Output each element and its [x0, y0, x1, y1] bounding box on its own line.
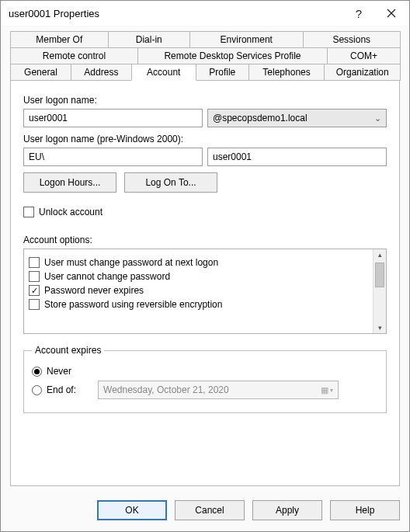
options-scrollbar[interactable]: ▴ ▾	[373, 249, 386, 333]
scroll-down-icon: ▾	[378, 324, 382, 332]
chevron-down-icon: ⌄	[374, 113, 381, 123]
content-area: Member Of Dial-in Environment Sessions R…	[1, 26, 409, 492]
expires-endof-label: End of:	[47, 384, 76, 395]
checkbox-icon: ✓	[29, 285, 40, 296]
cancel-button[interactable]: Cancel	[175, 500, 245, 520]
tabstrip: Member Of Dial-in Environment Sessions R…	[10, 32, 400, 81]
unlock-account-checkbox[interactable]: Unlock account	[23, 207, 387, 217]
option-password-never-expires[interactable]: ✓ Password never expires	[29, 285, 370, 296]
tab-remote-control[interactable]: Remote control	[10, 47, 138, 64]
logon-name-label: User logon name:	[23, 95, 387, 106]
dialog-buttons: OK Cancel Apply Help	[1, 492, 409, 531]
radio-icon	[32, 385, 42, 395]
properties-dialog: user0001 Properties ? Member Of Dial-in …	[0, 0, 410, 532]
option-label: User cannot change password	[44, 271, 170, 282]
expires-endof-radio[interactable]: End of: Wednesday, October 21, 2020 ▦▾	[32, 381, 378, 399]
close-button[interactable]	[375, 2, 408, 24]
close-icon	[387, 9, 396, 18]
tab-environment[interactable]: Environment	[189, 31, 304, 48]
tab-address[interactable]: Address	[71, 64, 132, 81]
tab-member-of[interactable]: Member Of	[10, 31, 109, 48]
checkbox-icon	[29, 271, 40, 282]
account-expires-group: Account expires Never End of: Wednesday,…	[23, 345, 387, 413]
domain-dropdown-value: @specopsdemo1.local	[213, 113, 308, 123]
prewin-user-input[interactable]	[207, 148, 387, 166]
tab-complus[interactable]: COM+	[327, 47, 401, 64]
checkbox-icon	[29, 299, 40, 310]
expires-date-value: Wednesday, October 21, 2020	[103, 384, 229, 395]
tab-profile[interactable]: Profile	[196, 64, 249, 81]
apply-button[interactable]: Apply	[252, 500, 322, 520]
domain-dropdown[interactable]: @specopsdemo1.local ⌄	[207, 109, 387, 127]
help-dialog-button[interactable]: Help	[330, 500, 400, 520]
log-on-to-button[interactable]: Log On To...	[124, 172, 217, 193]
tab-sessions[interactable]: Sessions	[303, 31, 401, 48]
scroll-up-icon: ▴	[378, 251, 382, 259]
option-label: Store password using reversible encrypti…	[44, 299, 222, 310]
option-label: User must change password at next logon	[44, 257, 218, 268]
option-must-change-pw[interactable]: User must change password at next logon	[29, 257, 370, 268]
account-panel: User logon name: @specopsdemo1.local ⌄ U…	[10, 81, 400, 486]
expires-date-picker[interactable]: Wednesday, October 21, 2020 ▦▾	[98, 381, 339, 399]
ok-button[interactable]: OK	[97, 500, 167, 520]
titlebar: user0001 Properties ?	[1, 1, 409, 26]
option-cannot-change-pw[interactable]: User cannot change password	[29, 271, 370, 282]
unlock-account-label: Unlock account	[39, 207, 102, 217]
prewin-domain-input[interactable]	[23, 148, 203, 166]
option-reversible-encryption[interactable]: Store password using reversible encrypti…	[29, 299, 370, 310]
account-options-label: Account options:	[23, 235, 387, 245]
tab-general[interactable]: General	[10, 64, 71, 81]
prewin-label: User logon name (pre-Windows 2000):	[23, 134, 387, 144]
account-expires-legend: Account expires	[32, 345, 104, 356]
logon-name-input[interactable]	[23, 109, 203, 127]
expires-never-radio[interactable]: Never	[32, 366, 378, 377]
checkbox-icon	[29, 257, 40, 268]
expires-never-label: Never	[47, 366, 71, 377]
window-title: user0001 Properties	[9, 8, 342, 19]
tab-telephones[interactable]: Telephones	[248, 64, 325, 81]
logon-hours-button[interactable]: Logon Hours...	[23, 172, 116, 193]
tab-dial-in[interactable]: Dial-in	[108, 31, 191, 48]
account-options-list: User must change password at next logon …	[23, 249, 387, 334]
scroll-thumb[interactable]	[375, 263, 384, 287]
option-label: Password never expires	[44, 285, 144, 296]
help-button[interactable]: ?	[342, 2, 375, 24]
tab-rds-profile[interactable]: Remote Desktop Services Profile	[137, 47, 328, 64]
tab-account[interactable]: Account	[131, 64, 196, 81]
calendar-icon: ▦▾	[321, 385, 333, 395]
radio-selected-icon	[32, 367, 42, 377]
checkbox-icon	[23, 207, 34, 217]
tab-organization[interactable]: Organization	[324, 64, 401, 81]
